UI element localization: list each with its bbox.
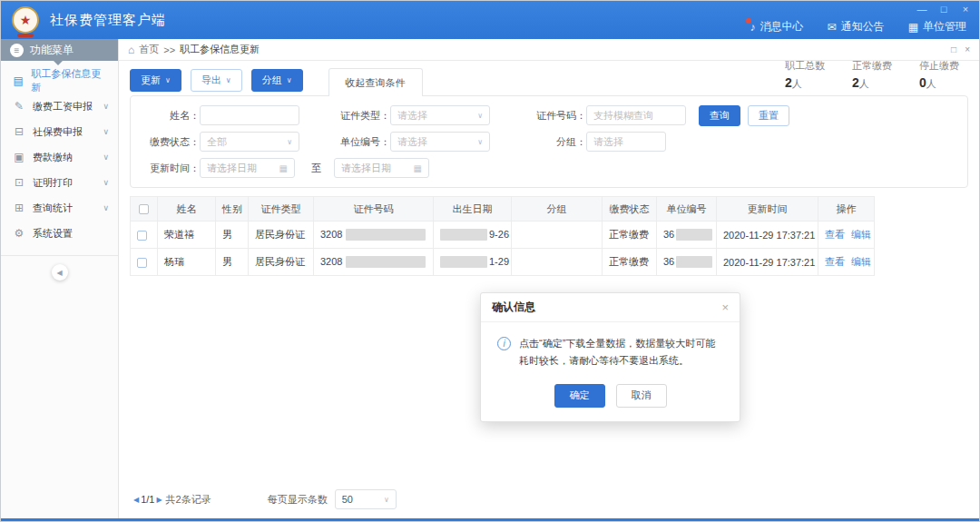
redaction-block xyxy=(346,256,426,268)
payment-status-label: 缴费状态： xyxy=(143,135,200,149)
chevron-down-icon: ∨ xyxy=(103,102,109,111)
tax-emblem-logo: ★ xyxy=(12,6,39,34)
chevron-down-icon: ∨ xyxy=(103,153,109,162)
prev-page-button[interactable]: ◀ xyxy=(133,496,139,504)
menu-icon: ≡ xyxy=(10,44,24,57)
view-link[interactable]: 查看 xyxy=(825,256,845,267)
chevron-down-icon: ∨ xyxy=(477,138,483,146)
group-button[interactable]: 分组∨ xyxy=(251,69,303,92)
nav-notifications[interactable]: ✉ 通知公告 xyxy=(828,19,885,34)
id-number-input[interactable] xyxy=(586,105,686,125)
titlebar: ★ 社保费管理客户端 — □ × ♪ 消息中心 ✉ 通知公告 ▦ 单位管理 xyxy=(1,1,979,39)
update-button[interactable]: 更新∨ xyxy=(130,69,181,92)
view-link[interactable]: 查看 xyxy=(825,229,845,240)
export-button[interactable]: 导出∨ xyxy=(191,69,242,92)
print-icon: ⊡ xyxy=(13,176,25,189)
cancel-button[interactable]: 取消 xyxy=(616,384,667,408)
unit-number-label: 单位编号： xyxy=(319,135,390,149)
query-panel: 姓名： 证件类型： 请选择∨ 证件号码： 查询 重置 缴费状态： xyxy=(130,95,968,188)
search-button[interactable]: 查询 xyxy=(699,105,740,126)
dialog-message: 点击“确定”下载全量数据，数据量较大时可能耗时较长，请耐心等待不要退出系统。 xyxy=(519,335,725,370)
gear-icon: ⚙ xyxy=(13,227,25,240)
next-page-button[interactable]: ▶ xyxy=(156,496,162,504)
confirm-button[interactable]: 确定 xyxy=(554,384,605,408)
chevron-down-icon: ∨ xyxy=(287,76,292,84)
to-label: 至 xyxy=(311,162,321,175)
edit-link[interactable]: 编辑 xyxy=(851,256,871,267)
sidebar-item-employee-insurance-update[interactable]: ▤ 职工参保信息更新 xyxy=(1,68,118,94)
chevron-down-icon: ∨ xyxy=(384,496,389,504)
sidebar-item-query-statistics[interactable]: ⊞ 查询统计 ∨ xyxy=(1,195,118,221)
sidebar-item-certificate-print[interactable]: ⊡ 证明打印 ∨ xyxy=(1,170,118,195)
stats-summary: 职工总数 2人 正常缴费 2人 停止缴费 0人 xyxy=(785,59,959,91)
pane-maximize-button[interactable]: □ xyxy=(951,44,956,54)
sidebar-item-social-fee-declaration[interactable]: ⊟ 社保费申报 ∨ xyxy=(1,119,118,144)
id-number-label: 证件号码： xyxy=(510,109,586,123)
group-label: 分组： xyxy=(510,135,586,149)
per-page-select[interactable]: 50∨ xyxy=(335,489,397,509)
chevron-down-icon: ∨ xyxy=(103,178,109,187)
stat-normal-payment: 正常缴费 2人 xyxy=(852,59,892,91)
id-type-label: 证件类型： xyxy=(319,109,390,123)
window-maximize-button[interactable]: □ xyxy=(937,4,950,15)
list-icon: ▤ xyxy=(13,74,24,87)
redaction-block xyxy=(676,229,712,241)
edit-link[interactable]: 编辑 xyxy=(851,229,871,240)
nav-unit-management[interactable]: ▦ 单位管理 xyxy=(908,19,966,34)
table-row: 荣道禧 男 居民身份证 3208 9-26 正常缴费 36 2020-11-29… xyxy=(131,222,875,249)
id-type-select[interactable]: 请选择∨ xyxy=(390,105,490,125)
update-time-label: 更新时间： xyxy=(143,162,200,175)
row-checkbox[interactable] xyxy=(137,258,147,268)
unread-badge xyxy=(746,18,751,24)
table-row: 杨瑞 男 居民身份证 3208 1-29 正常缴费 36 2020-11-29 … xyxy=(131,249,875,276)
chevron-down-icon: ∨ xyxy=(103,127,109,136)
sidebar-item-fee-payment[interactable]: ▣ 费款缴纳 ∨ xyxy=(1,144,118,170)
stat-stopped-payment: 停止缴费 0人 xyxy=(919,59,959,91)
sidebar-divider xyxy=(1,255,118,256)
collapse-query-conditions-tab[interactable]: 收起查询条件 xyxy=(328,68,423,96)
speaker-icon: ♪ xyxy=(750,21,756,34)
breadcrumb-current: 职工参保信息更新 xyxy=(180,43,260,56)
info-icon: i xyxy=(497,337,511,350)
payment-icon: ▣ xyxy=(13,151,25,163)
pane-close-button[interactable]: × xyxy=(965,44,970,54)
nav-message-center[interactable]: ♪ 消息中心 xyxy=(750,19,804,34)
table-header-row: 姓名 性别 证件类型 证件号码 出生日期 分组 缴费状态 单位编号 更新时间 操… xyxy=(131,197,875,222)
unit-number-select[interactable]: 请选择∨ xyxy=(390,132,490,152)
sidebar-item-system-settings[interactable]: ⚙ 系统设置 xyxy=(1,221,118,246)
redaction-block xyxy=(676,256,712,268)
top-nav: ♪ 消息中心 ✉ 通知公告 ▦ 单位管理 xyxy=(750,19,966,34)
dialog-close-icon[interactable]: × xyxy=(721,300,729,314)
date-from-picker[interactable]: 请选择日期▦ xyxy=(200,158,295,178)
window-minimize-button[interactable]: — xyxy=(916,4,928,15)
chevron-down-icon: ∨ xyxy=(103,203,109,212)
sidebar-item-wage-declaration[interactable]: ✎ 缴费工资申报 ∨ xyxy=(1,94,118,119)
window-bottom-strip xyxy=(1,518,979,521)
breadcrumb-home[interactable]: 首页 xyxy=(139,43,159,56)
chevron-down-icon: ∨ xyxy=(287,138,292,146)
select-all-checkbox[interactable] xyxy=(139,204,149,214)
name-input[interactable] xyxy=(200,105,299,125)
row-checkbox[interactable] xyxy=(137,231,147,241)
stats-icon: ⊞ xyxy=(13,202,25,214)
edit-icon: ✎ xyxy=(13,100,25,113)
confirm-dialog: 确认信息 × i 点击“确定”下载全量数据，数据量较大时可能耗时较长，请耐心等待… xyxy=(480,292,740,422)
calendar-icon: ▦ xyxy=(279,163,288,173)
reset-button[interactable]: 重置 xyxy=(748,105,789,126)
redaction-block xyxy=(346,229,426,241)
sidebar-header: ≡ 功能菜单 xyxy=(1,39,118,61)
pagination: ◀ 1/1 ▶ 共2条记录 每页显示条数 50∨ xyxy=(132,489,397,509)
breadcrumb: ⌂ 首页 >> 职工参保信息更新 □ × xyxy=(119,39,979,61)
app-title: 社保费管理客户端 xyxy=(50,12,166,29)
group-select[interactable]: 请选择 xyxy=(586,132,666,152)
sidebar-collapse-button[interactable]: ◀ xyxy=(52,264,68,281)
date-to-picker[interactable]: 请选择日期▦ xyxy=(334,158,429,178)
calendar-icon: ▦ xyxy=(414,163,422,173)
page-indicator: 1/1 xyxy=(141,494,154,505)
payment-status-select[interactable]: 全部∨ xyxy=(200,132,299,152)
window-close-button[interactable]: × xyxy=(959,4,972,15)
employee-table: 姓名 性别 证件类型 证件号码 出生日期 分组 缴费状态 单位编号 更新时间 操… xyxy=(130,196,875,276)
envelope-icon: ✉ xyxy=(828,21,837,34)
redaction-block xyxy=(440,256,487,268)
sidebar: ≡ 功能菜单 ▤ 职工参保信息更新 ✎ 缴费工资申报 ∨ ⊟ 社保费申报 ∨ ▣… xyxy=(1,39,119,520)
